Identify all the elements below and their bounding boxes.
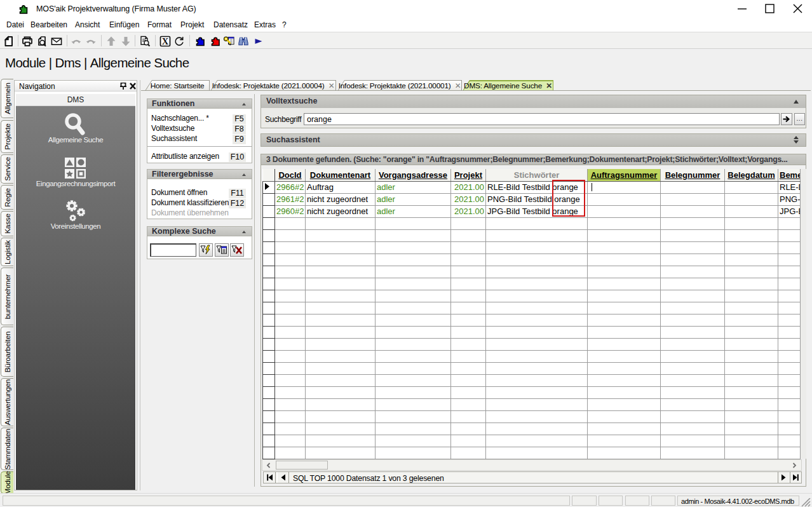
- svg-text:X: X: [162, 36, 169, 46]
